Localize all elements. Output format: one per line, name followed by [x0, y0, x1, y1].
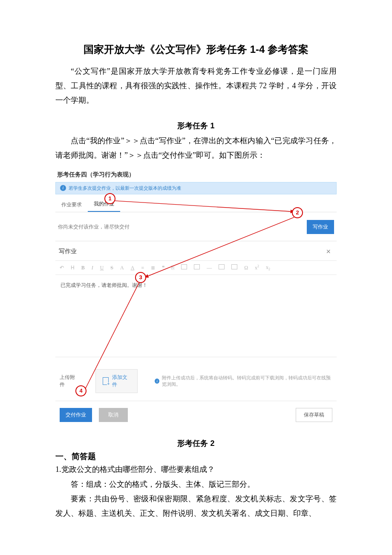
cancel-button[interactable]: 取消: [99, 408, 128, 422]
editor-textarea[interactable]: 已完成学习任务，请老师批阅。谢谢！: [55, 275, 337, 357]
attach-note-text: 附件上传成功后，系统将自动转码。转码完成前可下载浏阅，转码成功后可在线预览浏阅。: [162, 375, 332, 387]
strike-icon[interactable]: S: [110, 265, 113, 271]
callout-2: 2: [292, 207, 303, 218]
font-size-icon[interactable]: A: [120, 265, 124, 271]
submit-homework-button[interactable]: 交付作业: [60, 408, 92, 422]
image-icon[interactable]: [194, 264, 200, 271]
not-submitted-text: 你尚未交付该作业，请尽快交付: [58, 223, 130, 231]
underline-icon[interactable]: U: [100, 265, 104, 271]
info-icon: i: [155, 379, 159, 384]
link-icon[interactable]: ⎘: [171, 265, 174, 271]
callout-3: 3: [135, 272, 146, 283]
callout-4: 4: [75, 385, 86, 396]
intro-paragraph: “公文写作”是国家开放大学开放教育专科党务工作专业必修课，是一门应用型、工具性的…: [55, 64, 337, 108]
tab-requirements[interactable]: 作业要求: [55, 198, 88, 212]
attach-note: i 附件上传成功后，系统将自动转码。转码完成前可下载浏阅，转码成功后可在线预览浏…: [155, 375, 332, 387]
callout-1: 1: [104, 193, 115, 204]
ordered-list-icon[interactable]: ≡: [141, 265, 144, 271]
editor-toolbar: ↶ H B I U S A A ≡ ≣ ❝ ⎘ — Ω x2 x2: [55, 260, 337, 275]
subscript-icon[interactable]: x2: [266, 264, 270, 271]
screenshot-mock: 1 2 3 4 形考任务四（学习行为表现） i 若学生多次提交作业，以最新一次提…: [55, 170, 337, 424]
panel-title: 形考任务四（学习行为表现）: [55, 170, 337, 182]
q-section-heading: 一、简答题: [55, 451, 337, 462]
info-text: 若学生多次提交作业，以最新一次提交版本的成绩为准: [69, 185, 181, 191]
unordered-list-icon[interactable]: ≣: [151, 265, 155, 271]
doc-title: 国家开放大学《公文写作》形考任务 1-4 参考答案: [55, 43, 337, 56]
task1-body: 点击“我的作业”＞＞点击“写作业”，在弹出的文本框内输入“已完成学习任务，请老师…: [55, 133, 337, 162]
hr-icon[interactable]: —: [207, 265, 212, 271]
task2-heading: 形考任务 2: [55, 438, 337, 448]
indent-icon[interactable]: [231, 264, 237, 271]
info-icon: i: [60, 185, 66, 191]
save-draft-button[interactable]: 保存草稿: [296, 408, 332, 422]
italic-icon[interactable]: I: [92, 265, 93, 271]
table-icon[interactable]: [181, 264, 187, 271]
attach-label: 上传附件: [60, 374, 78, 388]
info-bar: i 若学生多次提交作业，以最新一次提交版本的成绩为准: [55, 182, 337, 194]
bold-icon[interactable]: B: [81, 265, 85, 271]
quote-icon[interactable]: ❝: [162, 265, 164, 271]
align-icon[interactable]: [219, 264, 225, 271]
file-icon: [103, 377, 109, 385]
write-homework-button[interactable]: 写作业: [307, 220, 334, 234]
editor-title: 写作业: [59, 248, 77, 255]
omega-icon[interactable]: Ω: [244, 265, 248, 271]
undo-icon[interactable]: ↶: [60, 265, 64, 271]
a1-line1: 答：组成：公文的格式，分版头、主体、版记三部分。: [55, 477, 337, 491]
superscript-icon[interactable]: x2: [255, 264, 259, 271]
a1-line2: 要素：共由份号、密级和保密期限、紧急程度、发文机关标志、发文字号、签发人、标题、…: [55, 491, 337, 520]
font-color-icon[interactable]: A: [131, 265, 135, 271]
add-file-button[interactable]: 添加文件: [95, 369, 138, 393]
heading-icon[interactable]: H: [71, 265, 75, 271]
add-file-label: 添加文件: [112, 374, 130, 388]
close-icon[interactable]: ×: [323, 247, 333, 256]
task1-heading: 形考任务 1: [55, 121, 337, 131]
q1-text: 1.党政公文的格式由哪些部分、哪些要素组成？: [55, 462, 337, 477]
